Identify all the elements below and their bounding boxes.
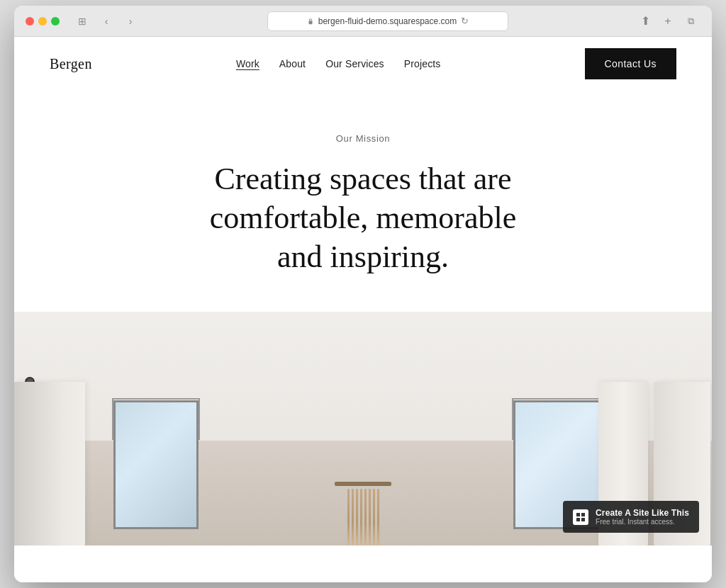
- svg-rect-1: [576, 513, 580, 516]
- hero-text-section: Our Mission Creating spaces that are com…: [14, 91, 712, 312]
- nav-item-about[interactable]: About: [279, 58, 306, 69]
- url-text: bergen-fluid-demo.squarespace.com: [318, 16, 457, 26]
- fringe-strand: [356, 489, 358, 545]
- url-field[interactable]: bergen-fluid-demo.squarespace.com ↻: [267, 11, 508, 31]
- share-button[interactable]: ⬆: [635, 11, 655, 31]
- curtain-left: [14, 382, 113, 545]
- new-tab-button[interactable]: +: [658, 11, 678, 31]
- forward-button[interactable]: ›: [121, 11, 140, 31]
- fringe-strand: [364, 489, 367, 545]
- squarespace-logo-icon: [573, 509, 588, 525]
- nav-item-services[interactable]: Our Services: [325, 58, 384, 69]
- fringe-strand: [377, 489, 379, 545]
- fringe-strand: [369, 489, 371, 545]
- svg-rect-3: [576, 518, 580, 521]
- hero-image: Create A Site Like This Free trial. Inst…: [14, 312, 712, 545]
- hero-headline: Creating spaces that are comfortable, me…: [186, 159, 540, 276]
- squarespace-badge[interactable]: Create A Site Like This Free trial. Inst…: [563, 501, 699, 533]
- macrame-decoration: [335, 482, 391, 545]
- svg-rect-0: [308, 21, 312, 24]
- curtain-panel-left: [14, 382, 85, 545]
- fringe-strand: [373, 489, 375, 545]
- window-left: [113, 400, 199, 529]
- section-label: Our Mission: [43, 133, 683, 144]
- badge-text: Create A Site Like This Free trial. Inst…: [596, 508, 689, 526]
- macrame-fringe: [335, 489, 391, 545]
- tabs-button[interactable]: ⧉: [681, 11, 700, 31]
- nav-links: Work About Our Services Projects: [236, 58, 441, 69]
- fringe-strand: [347, 489, 350, 545]
- contact-us-button[interactable]: Contact Us: [585, 48, 676, 79]
- sidebar-toggle-button[interactable]: ⊞: [72, 11, 92, 31]
- close-button[interactable]: [26, 17, 34, 26]
- svg-rect-4: [581, 518, 585, 521]
- minimize-button[interactable]: [38, 17, 47, 26]
- browser-titlebar: ⊞ ‹ › bergen-fluid-demo.squarespace.com …: [14, 6, 712, 37]
- site-logo[interactable]: Bergen: [50, 56, 92, 72]
- nav-item-work[interactable]: Work: [236, 58, 259, 69]
- browser-action-buttons: ⬆ + ⧉: [635, 11, 700, 31]
- reload-icon[interactable]: ↻: [461, 16, 469, 26]
- svg-rect-2: [581, 513, 585, 516]
- back-button[interactable]: ‹: [96, 11, 116, 31]
- address-bar: bergen-fluid-demo.squarespace.com ↻: [146, 11, 630, 31]
- macrame-bar: [335, 482, 391, 486]
- badge-sub-text: Free trial. Instant access.: [596, 518, 689, 526]
- room-scene: Create A Site Like This Free trial. Inst…: [14, 312, 712, 545]
- lock-icon: [307, 18, 314, 25]
- site-nav: Bergen Work About Our Services Projects …: [14, 37, 712, 91]
- badge-main-text: Create A Site Like This: [596, 508, 689, 518]
- browser-window: ⊞ ‹ › bergen-fluid-demo.squarespace.com …: [14, 6, 712, 582]
- fringe-strand: [352, 489, 354, 545]
- website-page: Bergen Work About Our Services Projects …: [14, 37, 712, 582]
- maximize-button[interactable]: [51, 17, 60, 26]
- nav-item-projects[interactable]: Projects: [404, 58, 441, 69]
- fringe-strand: [360, 489, 362, 545]
- browser-controls: ⊞ ‹ ›: [72, 11, 140, 31]
- traffic-lights: [26, 17, 60, 26]
